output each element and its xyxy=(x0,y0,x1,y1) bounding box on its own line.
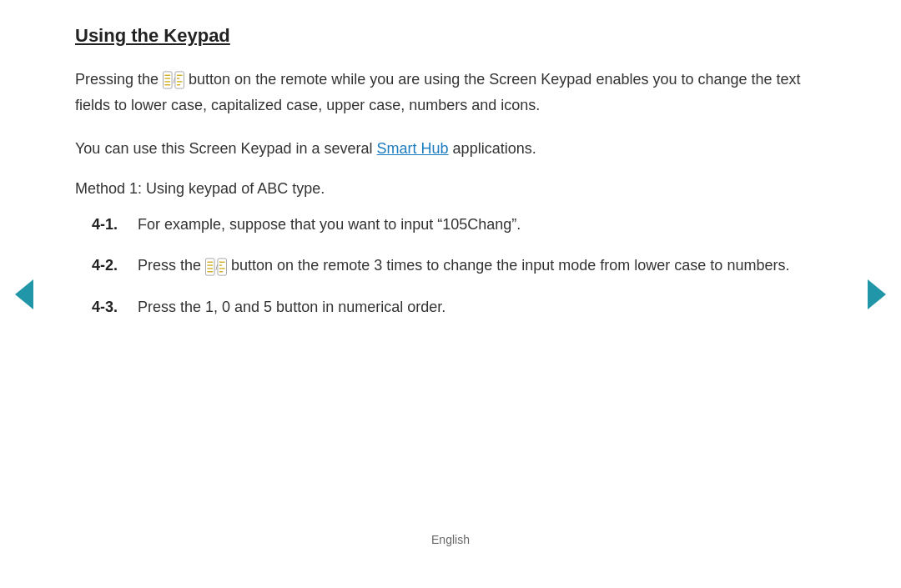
step-4-3-number: 4-3. xyxy=(92,295,138,320)
step-4-1: 4-1. For example, suppose that you want … xyxy=(92,213,826,238)
page-title: Using the Keypad xyxy=(75,25,826,47)
remote-button-icon-2: / xyxy=(205,258,227,276)
step-4-2-text: Press the / button on the remote 3 times… xyxy=(138,254,826,279)
page-container: Using the Keypad Pressing the / button o… xyxy=(0,0,901,588)
step-4-2-text-after: button on the remote 3 times to change t… xyxy=(227,257,789,274)
step-4-3: 4-3. Press the 1, 0 and 5 button in nume… xyxy=(92,295,826,320)
step-4-2-text-before: Press the xyxy=(138,257,205,274)
step-4-1-number: 4-1. xyxy=(92,213,138,238)
svg-rect-11 xyxy=(206,259,215,275)
step-4-2-number: 4-2. xyxy=(92,254,138,279)
paragraph-1-after: button on the remote while you are using… xyxy=(75,71,801,113)
footer: English xyxy=(75,525,826,546)
paragraph-2-before: You can use this Screen Keypad in a seve… xyxy=(75,140,377,157)
remote-button-icon-1: / xyxy=(163,71,184,89)
smart-hub-link[interactable]: Smart Hub xyxy=(377,140,449,157)
paragraph-2: You can use this Screen Keypad in a seve… xyxy=(75,136,826,162)
footer-language: English xyxy=(431,533,470,546)
steps-list: 4-1. For example, suppose that you want … xyxy=(92,213,826,337)
nav-arrow-right[interactable] xyxy=(868,279,886,309)
svg-rect-17 xyxy=(218,259,227,275)
svg-rect-6 xyxy=(175,72,184,88)
method-label: Method 1: Using keypad of ABC type. xyxy=(75,180,826,198)
paragraph-1-before: Pressing the xyxy=(75,71,163,88)
content-area: Using the Keypad Pressing the / button o… xyxy=(75,25,826,525)
step-4-2: 4-2. Press the / button on xyxy=(92,254,826,279)
method-text: : Using keypad of ABC type. xyxy=(138,180,325,197)
method-number: Method 1 xyxy=(75,180,138,197)
paragraph-1: Pressing the / button on the remote whil… xyxy=(75,67,826,118)
step-4-3-text: Press the 1, 0 and 5 button in numerical… xyxy=(138,295,826,320)
step-4-1-text: For example, suppose that you want to in… xyxy=(138,213,826,238)
paragraph-2-after: applications. xyxy=(449,140,536,157)
nav-arrow-left[interactable] xyxy=(15,279,33,309)
svg-rect-0 xyxy=(164,72,173,88)
